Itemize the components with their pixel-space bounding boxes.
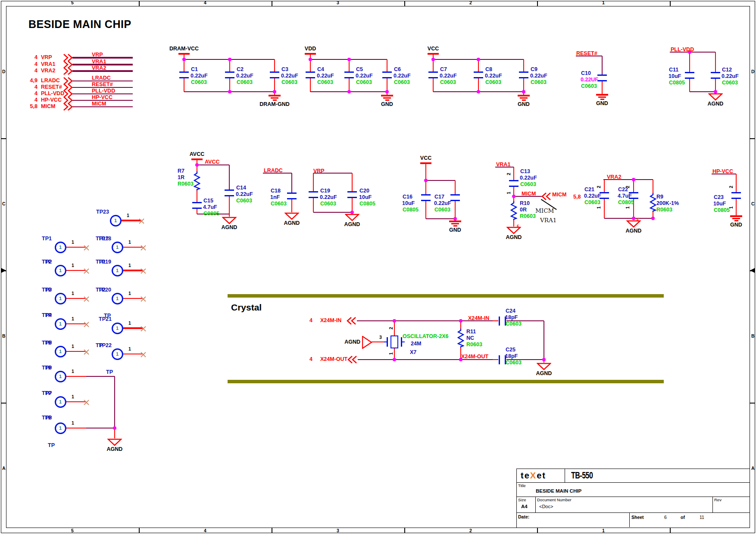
wire[interactable]: [184, 59, 184, 71]
wire[interactable]: [394, 321, 395, 335]
wire[interactable]: [114, 376, 115, 428]
junction-dot: [273, 90, 276, 93]
wire[interactable]: [604, 180, 605, 192]
zone-col-label: 1: [602, 528, 605, 533]
wire[interactable]: [184, 78, 184, 92]
cap-value: 0.22uF: [317, 73, 334, 79]
cap-plate: [287, 192, 297, 194]
wire[interactable]: [736, 199, 737, 215]
wire[interactable]: [313, 173, 314, 191]
wire[interactable]: [425, 201, 426, 219]
agnd-triangle-icon: [107, 438, 122, 446]
wire[interactable]: [433, 78, 434, 92]
wire[interactable]: [274, 59, 275, 71]
wire[interactable]: [604, 199, 605, 218]
wire[interactable]: [86, 428, 115, 428]
testpoint-pad: 1: [110, 215, 122, 227]
wire[interactable]: [229, 165, 230, 189]
wire[interactable]: [291, 199, 292, 212]
cap-value: 10uF: [359, 195, 372, 200]
wire[interactable]: [493, 320, 498, 321]
wire[interactable]: [349, 59, 350, 71]
zone-col-label: 5: [71, 528, 74, 533]
net-label-MICM: MICM: [522, 191, 536, 197]
wire[interactable]: [604, 218, 653, 219]
wire[interactable]: [736, 174, 737, 192]
testpoint-label: TP20: [98, 287, 111, 293]
wire[interactable]: [229, 59, 230, 71]
signal-name: LRADC: [41, 78, 60, 84]
wire[interactable]: [86, 376, 115, 377]
no-connect-x-icon: [84, 268, 89, 273]
cap-plate: [192, 208, 202, 209]
wire[interactable]: [229, 196, 230, 214]
wire[interactable]: [523, 59, 524, 71]
wire[interactable]: [313, 198, 314, 212]
wire[interactable]: [544, 321, 544, 360]
wire[interactable]: [493, 359, 498, 360]
wire[interactable]: [313, 212, 352, 213]
res-value: 200K-1%: [656, 201, 679, 206]
pin-number: 2: [597, 186, 601, 188]
wire[interactable]: [197, 209, 197, 214]
cap-plate: [731, 192, 741, 193]
wire[interactable]: [715, 52, 716, 72]
page-ref: 4: [34, 55, 37, 60]
zone-col-label: 5: [71, 0, 74, 5]
cap-plate: [179, 71, 189, 73]
power-bar: [428, 53, 439, 55]
cap-plate: [179, 77, 189, 78]
wire[interactable]: [689, 52, 690, 72]
junction-dot: [632, 178, 635, 181]
cap-value: 0.22uF: [191, 73, 208, 79]
wire[interactable]: [425, 180, 426, 194]
wire[interactable]: [426, 180, 455, 181]
ground-label: AGND: [344, 339, 360, 345]
pin-number: 1: [625, 206, 630, 209]
wire[interactable]: [602, 56, 603, 75]
wire[interactable]: [513, 187, 514, 201]
wire[interactable]: [426, 218, 455, 219]
pin-number: 1: [128, 321, 131, 326]
wire[interactable]: [689, 79, 690, 92]
section-divider-bar[interactable]: [228, 294, 664, 298]
wire[interactable]: [602, 81, 603, 94]
wire[interactable]: [478, 59, 479, 71]
testpoint-label: TP1: [42, 236, 52, 242]
no-connect-x-icon: [141, 296, 146, 301]
junction-dot: [385, 90, 389, 93]
testpoint-label: TP23: [96, 209, 109, 215]
wire[interactable]: [455, 201, 456, 219]
wire[interactable]: [455, 180, 456, 194]
wire[interactable]: [653, 180, 653, 193]
section-divider-bar[interactable]: [228, 380, 664, 383]
cap-ref: C7: [440, 67, 447, 72]
ground-label: AGND: [626, 228, 642, 234]
pin-number: 1: [128, 263, 131, 268]
wire[interactable]: [387, 59, 387, 71]
resistor-zigzag-icon: [194, 171, 200, 190]
wire[interactable]: [633, 180, 634, 192]
testpoint-pad: 1: [112, 293, 123, 304]
pin-number: 1: [729, 206, 734, 209]
wire[interactable]: [433, 59, 434, 71]
wire[interactable]: [425, 163, 426, 180]
zone-col-label: 4: [204, 0, 206, 5]
wire[interactable]: [310, 78, 311, 92]
page-ref: 4: [34, 62, 37, 67]
cap-footprint: C0603: [485, 80, 501, 85]
wire[interactable]: [352, 173, 353, 191]
page-ref: 4: [309, 357, 312, 362]
wire[interactable]: [291, 173, 292, 192]
zone-tick: [537, 1, 538, 6]
wire[interactable]: [197, 190, 197, 202]
wire[interactable]: [310, 59, 311, 71]
wire[interactable]: [690, 91, 715, 92]
wire[interactable]: [513, 167, 514, 180]
testpoint-wire[interactable]: [66, 376, 86, 377]
testpoint-wire[interactable]: [66, 428, 86, 428]
no-connect-x-icon: [141, 326, 146, 331]
cap-plate: [450, 194, 460, 196]
wire[interactable]: [513, 220, 514, 227]
cap-ref: C15: [203, 198, 213, 204]
